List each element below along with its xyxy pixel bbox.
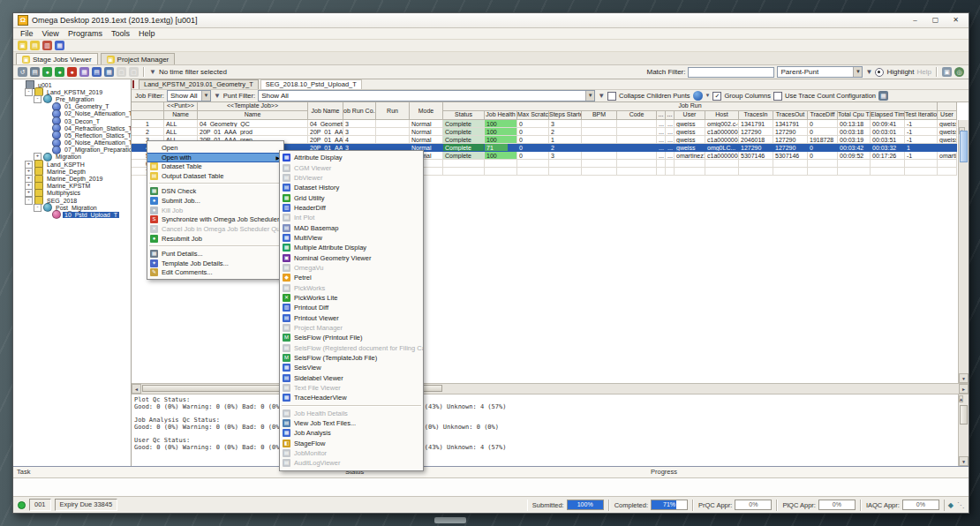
column-header-job-run-co[interactable]: Job Run Co...: [343, 102, 376, 120]
column-header-status[interactable]: Status: [443, 111, 485, 120]
open-with-view-job-text-files[interactable]: ▤View Job Text Files...: [280, 418, 423, 428]
collapse-icon[interactable]: -: [25, 88, 33, 96]
column-header-steps-started[interactable]: Steps Started: [549, 111, 582, 120]
grid-icon[interactable]: ▦: [55, 41, 64, 50]
context-menu-dataset-table[interactable]: ▤Dataset Table: [147, 162, 283, 172]
menubar-programs[interactable]: Programs: [64, 29, 107, 38]
scroll-down-arrow[interactable]: ▼: [959, 456, 969, 466]
kill-job-icon[interactable]: ●: [67, 67, 77, 77]
column-header-test-iteration[interactable]: Test Iteration: [905, 111, 938, 120]
resubmit-job-icon[interactable]: ●: [55, 67, 64, 77]
open-with-pickworks-lite[interactable]: ✕PickWorks Lite: [280, 293, 423, 303]
submit-job-icon[interactable]: ●: [42, 67, 52, 77]
open-with-printout-viewer[interactable]: ▤Printout Viewer: [280, 313, 423, 323]
report-icon[interactable]: ▤: [92, 67, 102, 77]
dataset-table-icon[interactable]: ▦: [79, 67, 89, 77]
menubar-view[interactable]: View: [38, 29, 64, 38]
column-group-item[interactable]: [132, 102, 164, 111]
open-with-traceheaderview[interactable]: ▦TraceHeaderView: [280, 393, 423, 402]
match-filter-funnel-icon[interactable]: ▼: [865, 67, 872, 77]
column-header-item[interactable]: ...: [657, 111, 666, 120]
tree-item-02-noise-attenuation-t[interactable]: 02_Noise_Attenuation_T: [13, 110, 131, 117]
scroll-up-arrow[interactable]: ▲: [959, 395, 963, 402]
minimize-button[interactable]: –: [907, 15, 923, 26]
context-menu-open-with[interactable]: Open with▶: [147, 153, 283, 162]
menubar-file[interactable]: File: [16, 29, 38, 38]
column-header-job-health[interactable]: Job Health: [485, 111, 517, 120]
scroll-down-arrow[interactable]: ▼: [959, 373, 969, 383]
context-menu-open[interactable]: Open: [147, 143, 283, 153]
open-with-multiview[interactable]: ▦MultiView: [280, 233, 423, 243]
open-with-printout-diff[interactable]: ▥Printout Diff: [280, 303, 423, 312]
highlight-radio[interactable]: [875, 68, 884, 77]
column-header-tracediff[interactable]: TraceDiff: [808, 111, 838, 120]
context-menu-output-dataset-table[interactable]: ▤Output Dataset Table: [147, 171, 283, 181]
qc-scroll-thumb[interactable]: [960, 405, 968, 425]
tree-item-10-pstd-upload-t[interactable]: 10_Pstd_Upload_T: [13, 211, 131, 218]
column-group-job-run[interactable]: Job Run: [443, 102, 938, 111]
tree-item-land-kpstm-2019[interactable]: -Land_KPSTM_2019: [13, 88, 131, 95]
match-filter-input[interactable]: [688, 67, 774, 78]
context-menu-synchronize-with-omega-job-scheduler[interactable]: SSynchronize with Omega Job Scheduler: [147, 215, 283, 225]
table-row-1[interactable]: 1ALL04_Geometry_QC04_Geometr...3NormalCo…: [132, 120, 957, 128]
job-filter-funnel-icon[interactable]: ▼: [214, 91, 221, 101]
close-button[interactable]: ✕: [947, 15, 964, 26]
column-header-total-cpu-t[interactable]: Total Cpu T...: [838, 111, 871, 120]
punt-filter-funnel-icon[interactable]: ▼: [598, 91, 605, 101]
context-menu-resubmit-job[interactable]: ●Resubmit Job: [147, 234, 283, 244]
time-filter-funnel-icon[interactable]: ▼: [149, 67, 156, 77]
column-header-elapsed-time[interactable]: Elapsed Time: [871, 111, 905, 120]
collapse-icon[interactable]: -: [25, 197, 33, 205]
open-with-multiple-attribute-display[interactable]: ▦Multiple Attribute Display: [280, 243, 423, 252]
context-menu-template-job-details[interactable]: ✦Template Job Details...: [147, 259, 283, 268]
tree-item-04-refraction-statics-t[interactable]: 04_Refraction_Statics_T: [13, 124, 131, 132]
open-with-seisview[interactable]: ▦SeisView: [280, 363, 423, 372]
vertical-scrollbar[interactable]: ▲▼: [958, 120, 969, 383]
column-header-mode[interactable]: Mode: [410, 102, 443, 120]
menubar-help[interactable]: Help: [134, 29, 160, 38]
globe-dropdown-chevron-icon[interactable]: ▼: [705, 91, 711, 101]
tree-item-01-geometry-t[interactable]: 01_Geometry_T: [13, 103, 131, 110]
open-with-attribute-display[interactable]: ▦Attribute Display: [280, 153, 423, 162]
column-header-name[interactable]: Name: [198, 111, 308, 120]
column-header-name[interactable]: Name: [164, 111, 198, 120]
tree-item-07-migration-preparation-t[interactable]: 07_Migration_Preparation_T: [13, 147, 131, 154]
open-with-petrel[interactable]: ◆Petrel: [280, 273, 423, 282]
resize-grip-icon[interactable]: ⋱: [957, 501, 964, 509]
group-columns-checkbox[interactable]: ✓: [712, 92, 721, 101]
help-circle-icon[interactable]: ◎: [954, 67, 964, 77]
scroll-right-arrow[interactable]: ►: [959, 384, 969, 394]
job-filter-dropdown[interactable]: Show All ▼: [167, 90, 211, 101]
open-with-sidelabel-viewer[interactable]: ▤Sidelabel Viewer: [280, 373, 423, 383]
open-with-seisflow-printout-file[interactable]: MSeisFlow (Printout File): [280, 333, 423, 342]
open-with-mad-basemap[interactable]: ▤MAD Basemap: [280, 222, 423, 232]
column-header-tracesin[interactable]: TracesIn: [739, 111, 773, 120]
collapse-icon[interactable]: -: [34, 95, 41, 103]
column-header-code[interactable]: Code: [617, 111, 657, 120]
collapse-children-checkbox[interactable]: [607, 92, 616, 101]
column-header-max-scratch[interactable]: Max Scratch...: [517, 111, 549, 120]
column-header-item[interactable]: ...: [666, 111, 675, 120]
column-group-punt[interactable]: <<Punt>>: [164, 102, 198, 111]
view-tab-stage-jobs-viewer[interactable]: ▣Stage Jobs Viewer: [16, 53, 98, 64]
open-with-stageflow[interactable]: ◧StageFlow: [280, 439, 423, 448]
open-with-dataset-history[interactable]: ▤Dataset History: [280, 183, 423, 192]
open-with-seisflow-templatejob-file[interactable]: MSeisFlow (TemplateJob File): [280, 353, 423, 363]
chart-icon[interactable]: ▥: [42, 41, 52, 50]
globe-icon[interactable]: [693, 91, 703, 101]
table-row-2[interactable]: 2ALL20P_01_AAA_prod20P_01_AAA...3NormalC…: [132, 128, 957, 136]
context-menu-dsn-check[interactable]: ▦DSN Check: [147, 186, 283, 196]
project-manager-icon[interactable]: ▤: [30, 41, 40, 50]
column-group-item[interactable]: [938, 102, 957, 111]
collapse-icon[interactable]: -: [34, 204, 41, 212]
open-with-nominal-geometry-viewer[interactable]: ▣Nominal Geometry Viewer: [280, 252, 423, 262]
refresh-icon[interactable]: ↺: [18, 67, 27, 77]
column-config-icon[interactable]: ▦: [878, 91, 888, 101]
context-menu-punt-details[interactable]: ▦Punt Details...: [147, 249, 283, 259]
details-grid-icon[interactable]: ▦: [104, 67, 114, 77]
open-with-job-analysis[interactable]: ▦Job Analysis: [280, 428, 423, 438]
layers-icon[interactable]: ▣: [942, 67, 952, 77]
punt-filter-dropdown[interactable]: Show All ▼: [258, 90, 595, 101]
horizontal-scrollbar[interactable]: ◄ ►: [132, 384, 969, 394]
open-with-grid-utility[interactable]: ▦Grid Utility: [280, 192, 423, 202]
